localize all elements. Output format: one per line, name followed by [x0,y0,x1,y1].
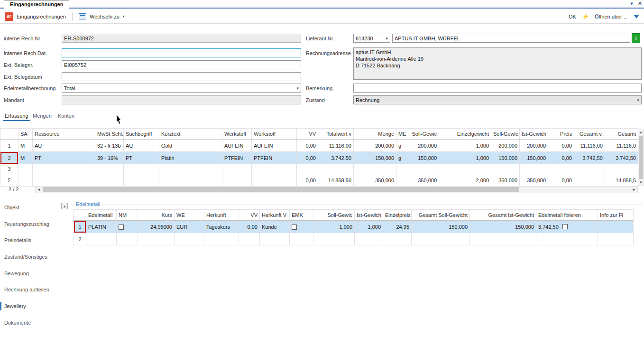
cell[interactable] [605,164,638,174]
col-mwst[interactable]: MwSt Schl. [95,129,124,140]
cell-herkunft[interactable]: Tageskurs [204,221,239,233]
emk-checkbox[interactable] [292,225,297,230]
lieferant-nr-combo[interactable]: 614230 ▾ [353,34,390,43]
cell-info[interactable] [598,221,634,233]
wechseln-zu-button[interactable]: Wechseln zu [90,14,120,19]
cell[interactable]: g [396,140,408,152]
col-einzelpreis[interactable]: Einzelpreis [383,210,412,221]
cell-soll[interactable]: 1,000 [313,221,355,233]
fixieren-checkbox[interactable] [562,224,568,229]
sidebar-item-objekt[interactable]: Objekt [0,203,68,212]
cell[interactable] [355,233,383,245]
col-edelmetall-fixieren[interactable]: Edelmetall fixieren [536,210,598,221]
cell[interactable] [95,164,124,174]
cell[interactable] [260,233,290,245]
mandant-field[interactable] [62,95,301,104]
col-werkstoff-2[interactable]: Werkstoff [252,129,297,140]
scroll-right-icon[interactable]: ► [631,187,637,192]
cell[interactable] [297,164,318,174]
cell-emk[interactable] [290,221,313,233]
col-menge[interactable]: Menge [354,129,396,140]
cell[interactable]: 11.116,00 [574,140,605,152]
cell-gesamt-ist[interactable]: 150,000 [470,221,536,233]
cell[interactable]: PTFEIN [222,152,252,164]
scroll-thumb[interactable] [639,136,643,179]
col-soll-gewicht-1[interactable]: Soll-Gewic [408,129,439,140]
cell[interactable]: 11.116,0 [605,140,638,152]
cell[interactable]: Platin [159,152,222,164]
cell[interactable] [86,233,117,245]
col-sa[interactable]: SA [18,129,33,140]
cell-ist[interactable]: 1,000 [355,221,383,233]
edelmetall-row-empty[interactable]: 2 [74,233,634,245]
cell[interactable] [412,233,470,245]
col-gesamt-ist-gewicht[interactable]: Gesamt Ist-Gewicht [470,210,536,221]
cell[interactable] [204,233,239,245]
scroll-thumb[interactable] [43,187,519,192]
row-number-current[interactable]: 2 [0,152,18,164]
cell-herkunft-v[interactable]: Kunde [260,221,290,233]
cell[interactable]: AUFEIN [252,140,297,152]
col-einzelgewicht[interactable]: Einzelgewicht [439,129,491,140]
sidebar-item-dokumente[interactable]: Dokumente [0,318,68,327]
row-number[interactable]: 1 [0,140,18,152]
col-emk[interactable]: EMK [290,210,313,221]
col-ist-gewicht[interactable]: Ist-Gewich [520,129,548,140]
cell[interactable] [159,164,222,174]
cell[interactable]: 0,00 [548,152,574,164]
sidebar-item-zustand-sonstiges[interactable]: Zustand/Sonstiges [0,253,68,261]
col-nm[interactable]: NM [117,210,138,221]
col-suchbegriff[interactable]: Suchbegriff [124,129,159,140]
cell[interactable] [574,164,605,174]
cell[interactable]: AU [33,140,95,152]
cell-edelmetall[interactable]: PLATIN [86,221,117,233]
cell[interactable] [548,164,574,174]
lieferant-info-button[interactable]: i [632,33,640,43]
col-herkunft[interactable]: Herkunft [204,210,239,221]
sidebar-item-teuerungszuschlag[interactable]: Teuerungszuschlag [0,220,68,228]
cell[interactable] [117,233,138,245]
cell[interactable]: 200,000 [354,140,396,152]
col-totalwert[interactable]: Totalwert v [318,129,354,140]
cell[interactable]: 1,000 [439,140,491,152]
cell[interactable] [18,164,33,174]
cell[interactable] [470,233,536,245]
cell[interactable] [175,233,204,245]
cell[interactable] [222,164,252,174]
cell[interactable] [33,164,95,174]
cell-fixieren[interactable]: 3.742,50 [536,221,598,233]
internes-rechdat-field[interactable] [62,48,301,57]
cell[interactable]: 150,000 [408,152,439,164]
cell[interactable]: 200,000 [408,140,439,152]
col-gesamt[interactable]: Gesamt [605,129,638,140]
cell[interactable] [598,233,634,245]
cell[interactable]: 150,000 [520,152,548,164]
cell[interactable] [536,233,598,245]
cell[interactable] [124,164,159,174]
scroll-up-icon[interactable]: ▲ [639,129,643,135]
col-preis[interactable]: Preis [548,129,574,140]
oeffnen-ueber-button[interactable]: Öffnen über ... [595,14,628,19]
table-row-selected[interactable]: 2 M PT 39 - 19% PT Platin PTFEIN PTFEIN … [0,152,638,164]
bemerkung-field[interactable] [353,84,642,93]
cell[interactable]: AU [124,140,159,152]
cell[interactable]: 1,000 [439,152,491,164]
cell[interactable]: 0,00 [297,140,318,152]
cell[interactable]: M [18,152,33,164]
cell[interactable]: 200,000 [520,140,548,152]
cell-we[interactable]: EUR [175,221,204,233]
col-kurztext[interactable]: Kurztext [159,129,222,140]
table-row[interactable]: 1 M AU 32 - § 13b AU Gold AUFEIN AUFEIN … [0,140,638,152]
cell-nm[interactable] [117,221,138,233]
cell[interactable]: 3.742,50 [318,152,354,164]
cell[interactable]: 200.000 [491,140,520,152]
col-vv[interactable]: VV [297,129,318,140]
col-info-zur-fixierung[interactable]: Info zur Fi [598,210,634,221]
cell[interactable]: PT [124,152,159,164]
cell[interactable]: 3.742,50 [605,152,638,164]
document-tab[interactable]: Eingangsrechnungen [4,0,69,9]
col-werkstoff-1[interactable]: Werkstoff [222,129,252,140]
cell[interactable] [383,233,412,245]
cell[interactable]: 150,000 [354,152,396,164]
cell[interactable] [138,233,175,245]
